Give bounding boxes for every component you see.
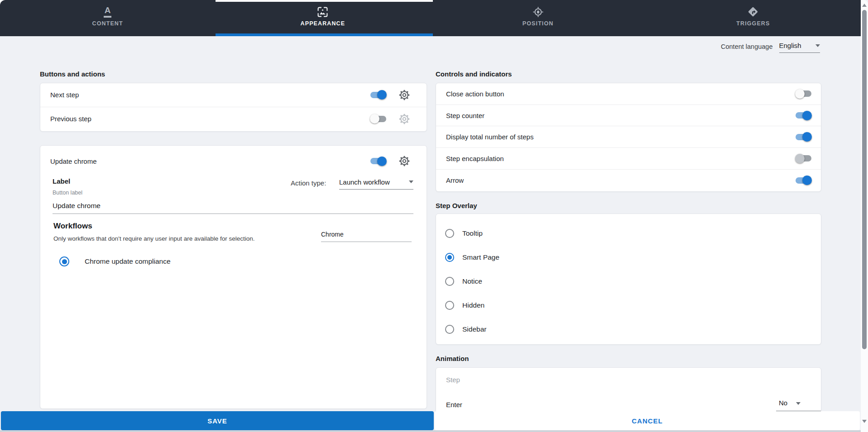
animation-enter-select[interactable]: No (776, 397, 821, 411)
workflow-radio[interactable] (59, 256, 69, 266)
animation-enter-label: Enter (446, 401, 462, 408)
content-language-control: Content language English (721, 42, 820, 53)
scroll-up-arrow-icon[interactable] (862, 4, 867, 7)
scrollbar-thumb[interactable] (862, 10, 867, 349)
controls-and-indicators-heading: Controls and indicators (436, 70, 512, 78)
label-section-heading: Label (53, 177, 70, 185)
animation-card: Step Enter No (436, 367, 821, 413)
smart-page-radio[interactable] (445, 253, 454, 262)
action-type-label: Action type: (291, 179, 326, 187)
tab-label: APPEARANCE (301, 20, 345, 27)
step-overlay-card: Tooltip Smart Page Notice Hidden Sidebar (436, 214, 821, 345)
step-overlay-heading: Step Overlay (436, 202, 477, 209)
next-step-label: Next step (50, 91, 79, 99)
workflow-option-label: Chrome update compliance (85, 257, 171, 266)
workflows-note: Only workflows that don't require any us… (53, 235, 255, 242)
display-total-steps-row: Display total number of steps (436, 126, 821, 148)
workflows-heading: Workflows (53, 222, 92, 231)
radio-label: Hidden (462, 301, 484, 309)
gear-icon[interactable] (398, 89, 410, 101)
arrow-row: Arrow (436, 170, 821, 191)
close-action-button-row: Close action button (436, 83, 821, 105)
row-label: Display total number of steps (446, 133, 533, 141)
next-step-toggle[interactable] (370, 90, 387, 100)
update-chrome-row: Update chrome (50, 149, 410, 173)
content-language-value: English (779, 42, 801, 49)
radio-label: Tooltip (462, 229, 483, 237)
buttons-and-actions-heading: Buttons and actions (40, 70, 105, 78)
bottom-edge (0, 430, 861, 432)
radio-label: Sidebar (462, 325, 486, 333)
format-text-icon: A (104, 5, 111, 19)
tab-position[interactable]: POSITION (431, 0, 646, 36)
action-type-select[interactable]: Launch workflow (339, 175, 413, 190)
overlay-option-sidebar: Sidebar (436, 317, 821, 341)
display-total-steps-toggle[interactable] (795, 132, 812, 142)
step-counter-row: Step counter (436, 105, 821, 127)
custom-button-card: Update chrome Label Action type: Launch … (40, 145, 427, 409)
gear-icon[interactable] (398, 155, 410, 167)
workflow-option-row: Chrome update compliance (59, 256, 171, 266)
step-buttons-card: Next step Previous step (40, 83, 427, 132)
overlay-option-notice: Notice (436, 269, 821, 293)
vertical-scrollbar[interactable] (861, 0, 868, 432)
controls-card: Close action button Step counter Display… (436, 83, 821, 192)
tab-content[interactable]: A CONTENT (0, 0, 215, 36)
overlay-option-smart-page: Smart Page (436, 245, 821, 269)
animation-enter-value: No (779, 399, 787, 407)
hidden-radio[interactable] (445, 301, 454, 310)
top-edge-artifact (216, 0, 433, 2)
tab-label: TRIGGERS (736, 20, 770, 27)
cancel-button[interactable]: CANCEL (435, 411, 860, 430)
tab-label: CONTENT (92, 20, 123, 27)
animation-step-label: Step (446, 376, 460, 384)
overlay-option-tooltip: Tooltip (436, 221, 821, 245)
workflow-search-input[interactable] (321, 231, 412, 242)
close-action-button-toggle[interactable] (795, 89, 812, 99)
button-label-input[interactable] (53, 202, 413, 214)
chevron-down-icon (409, 180, 413, 183)
arrow-toggle[interactable] (795, 176, 812, 185)
chevron-down-icon (815, 44, 820, 47)
row-label: Step counter (446, 112, 484, 119)
tab-triggers[interactable]: TRIGGERS (646, 0, 861, 36)
previous-step-row: Previous step (40, 107, 427, 131)
scroll-down-arrow-icon[interactable] (862, 420, 867, 423)
step-encapsulation-row: Step encapsulation (436, 148, 821, 170)
save-button[interactable]: SAVE (1, 411, 434, 430)
image-frame-icon (317, 5, 329, 19)
tab-label: POSITION (523, 20, 554, 27)
sidebar-radio[interactable] (445, 325, 454, 334)
animation-heading: Animation (436, 355, 469, 362)
active-tab-indicator (216, 33, 433, 36)
next-step-row: Next step (40, 83, 427, 107)
gear-icon[interactable] (398, 113, 410, 125)
update-chrome-toggle[interactable] (370, 157, 387, 166)
row-label: Step encapsulation (446, 155, 504, 162)
button-label-caption: Button label (53, 190, 82, 196)
step-encapsulation-toggle[interactable] (795, 154, 812, 163)
tab-appearance[interactable]: APPEARANCE (215, 0, 430, 36)
previous-step-toggle[interactable] (370, 114, 387, 123)
row-label: Arrow (446, 176, 464, 184)
chevron-down-icon (796, 402, 801, 405)
update-chrome-label: Update chrome (50, 157, 97, 165)
radio-label: Smart Page (462, 253, 499, 261)
content-language-select[interactable]: English (779, 42, 820, 53)
appearance-settings-page: A CONTENT APPEARANCE (0, 0, 868, 432)
content-language-label: Content language (721, 42, 773, 50)
row-label: Close action button (446, 90, 504, 98)
tooltip-radio[interactable] (445, 229, 454, 238)
trigger-sign-icon (747, 5, 759, 19)
radio-label: Notice (462, 277, 482, 285)
notice-radio[interactable] (445, 277, 454, 286)
top-tab-bar: A CONTENT APPEARANCE (0, 0, 861, 36)
position-target-icon (532, 5, 544, 19)
previous-step-label: Previous step (50, 115, 91, 123)
overlay-option-hidden: Hidden (436, 293, 821, 317)
step-counter-toggle[interactable] (795, 111, 812, 120)
action-type-value: Launch workflow (339, 178, 390, 186)
